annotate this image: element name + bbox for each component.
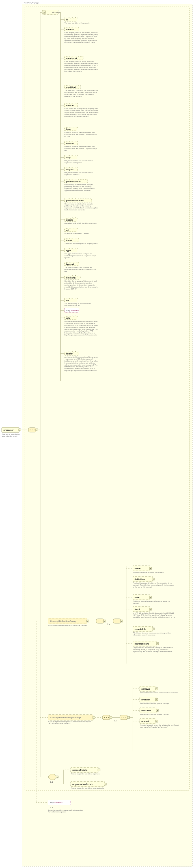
svg-point-6 (32, 430, 33, 430)
attr-uri: uri (65, 228, 78, 232)
attr-xmllang-desc: Specifies the language of this property … (65, 280, 99, 296)
svg-text:+: + (157, 643, 158, 645)
svg-point-47 (115, 621, 115, 621)
def-remoteInfo[interactable]: remoteInfo+ (133, 626, 154, 631)
attr-pubconstraint: pubconstraint (65, 179, 87, 183)
svg-text:dir: dir (66, 299, 69, 302)
svg-text:–: – (121, 620, 122, 622)
svg-text:–: – (56, 776, 58, 778)
svg-text:howuri: howuri (66, 142, 74, 145)
concept-relationships-group[interactable]: ConceptRelationshipsGroup – (48, 715, 95, 720)
rel-broader-desc: An identifier of a more generic concept. (140, 703, 182, 706)
def-note[interactable]: note+ (133, 595, 152, 600)
svg-point-49 (119, 621, 119, 621)
choice-occurs: 0..1 (50, 781, 53, 783)
svg-text:note: note (134, 596, 140, 599)
attr-pubconstrainturi: pubconstrainturi (65, 198, 92, 203)
rel-narrower[interactable]: narrower+ (140, 708, 158, 713)
attr-anyother: any ##other (65, 308, 79, 312)
svg-text:+: + (156, 688, 157, 690)
def-occurs: 0..∞ (107, 623, 110, 625)
concept-definition-group[interactable]: ConceptDefinitionGroup – (48, 618, 89, 624)
def-definition[interactable]: definition+ (133, 577, 154, 582)
svg-text:custom: custom (66, 104, 74, 106)
svg-point-82 (106, 717, 107, 718)
svg-text:any ##other: any ##other (66, 309, 79, 312)
def-name-desc: A natural language name for the concept. (133, 571, 175, 575)
svg-text:roleuri: roleuri (66, 352, 73, 355)
extension-any[interactable]: any ##other (48, 800, 71, 805)
attr-creator-desc: If the property value is not defined, sp… (65, 32, 99, 54)
attr-uri-desc: A URI which identifies a concept. (65, 232, 99, 236)
def-remoteInfo-desc: A link to an item or a web resource whic… (133, 632, 175, 640)
svg-point-7 (34, 430, 35, 430)
attr-type: type (65, 248, 78, 252)
svg-text:xml:lang: xml:lang (66, 277, 76, 279)
svg-text:–: – (44, 11, 45, 13)
svg-text:+: + (150, 567, 151, 569)
svg-text:any ##other: any ##other (50, 801, 63, 804)
svg-text:literal: literal (66, 239, 72, 242)
svg-text:related: related (142, 720, 149, 722)
svg-text:–: – (19, 429, 21, 431)
attr-modified-desc: The date (and, optionally, the time) whe… (65, 90, 99, 101)
attributes-header[interactable]: attributes – (42, 10, 60, 14)
svg-text:+: + (156, 699, 157, 701)
attr-dir: dir (65, 298, 78, 302)
svg-text:attributes: attributes (52, 11, 60, 13)
schema-diagram: Flex1PartyPropType organiser – A person … (0, 0, 194, 868)
def-hierarchyInfo[interactable]: hierarchyInfo+ (133, 641, 159, 646)
rel-related[interactable]: related+ (140, 719, 158, 724)
svg-text:narrower: narrower (142, 709, 151, 712)
svg-text:whyuri: whyuri (66, 168, 74, 171)
def-name[interactable]: name+ (133, 566, 152, 571)
svg-text:definition: definition (134, 578, 145, 581)
svg-text:hierarchyInfo: hierarchyInfo (134, 643, 149, 645)
svg-text:qcode: qcode (66, 219, 73, 221)
svg-text:organisationDetails: organisationDetails (72, 783, 93, 785)
svg-text:organiser: organiser (3, 429, 13, 431)
svg-text:broader: broader (142, 699, 150, 701)
attr-literal-desc: A free-text value assigned as property v… (65, 243, 99, 246)
attr-role: role (65, 316, 78, 320)
root-desc: A person or organisation organising the … (2, 433, 22, 442)
rel-sameAs[interactable]: sameAs+ (140, 686, 158, 691)
attr-type-desc: The type of the concept assigned as cont… (65, 253, 99, 260)
svg-text:id: id (66, 19, 68, 21)
attr-why-desc: Why the metadata has been included - exp… (65, 160, 99, 165)
svg-text:name: name (134, 567, 141, 570)
person-details[interactable]: personDetails + (71, 767, 100, 772)
svg-text:role: role (66, 317, 70, 319)
def-facet-desc: In NAR 1.8 and later, facet is deprecate… (133, 612, 175, 625)
svg-text:why: why (66, 156, 71, 159)
attr-id-desc: The local identifier of the property. (65, 22, 99, 25)
def-definition-desc: A natural language definition of the sem… (133, 582, 175, 593)
rel-broader[interactable]: broader+ (140, 697, 158, 702)
attr-how-desc: Indicates by which means the value was e… (65, 131, 99, 139)
svg-text:creator: creator (66, 28, 74, 31)
rel-group-desc: A group of properties required to indica… (48, 721, 93, 729)
svg-text:personDetails: personDetails (72, 769, 87, 771)
def-facet[interactable]: facet+ (133, 607, 152, 612)
person-details-desc: A set of properties specific to a person (71, 773, 110, 779)
svg-point-89 (125, 717, 126, 718)
svg-text:+: + (153, 628, 154, 630)
attr-creatoruri-desc: If the property value is empty, specifie… (65, 61, 99, 83)
def-hierarchyInfo-desc: Represents the position of a concept in … (133, 647, 175, 659)
attr-id: id (65, 18, 78, 22)
svg-point-43 (102, 621, 102, 621)
svg-text:ConceptDefinitionGroup: ConceptDefinitionGroup (50, 620, 76, 622)
def-group-desc: A group of properties required to define… (48, 624, 87, 631)
attr-qcode: qcode (65, 218, 78, 222)
attr-qcode-desc: A qualified code which identifies a conc… (65, 222, 99, 226)
attr-roleuri-desc: A refinement of the semantics of the pro… (65, 356, 99, 385)
svg-text:+: + (150, 596, 151, 598)
svg-text:ConceptRelationshipsGroup: ConceptRelationshipsGroup (50, 716, 81, 719)
svg-text:+: + (157, 710, 158, 711)
attr-dir-desc: The directionality of textual content (e… (65, 303, 99, 306)
attr-custom: custom (65, 103, 78, 107)
root-element[interactable]: organiser – (2, 427, 21, 432)
organisation-details[interactable]: organisationDetails + (71, 781, 106, 786)
svg-text:typeuri: typeuri (66, 263, 74, 266)
svg-text:+: + (105, 783, 106, 785)
